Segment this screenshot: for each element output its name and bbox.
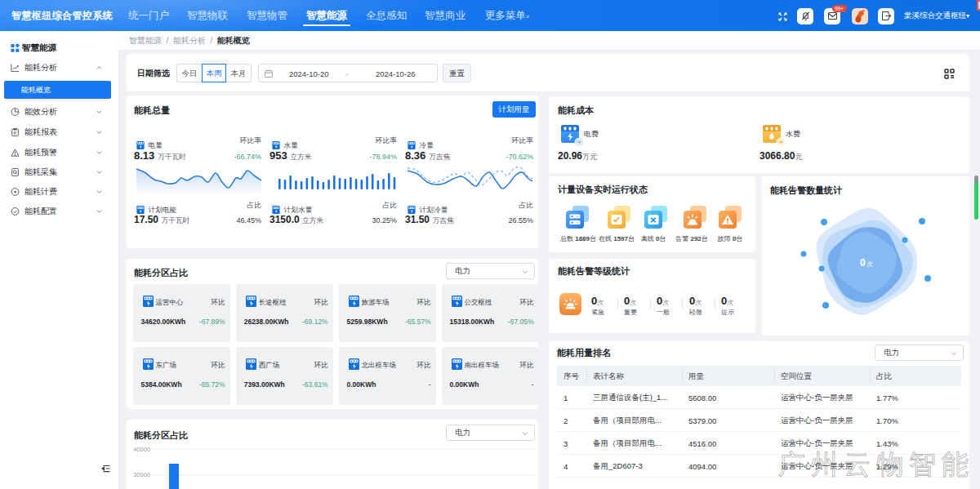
svg-text:0: 0 — [860, 257, 866, 269]
svg-text:次: 次 — [866, 260, 873, 268]
